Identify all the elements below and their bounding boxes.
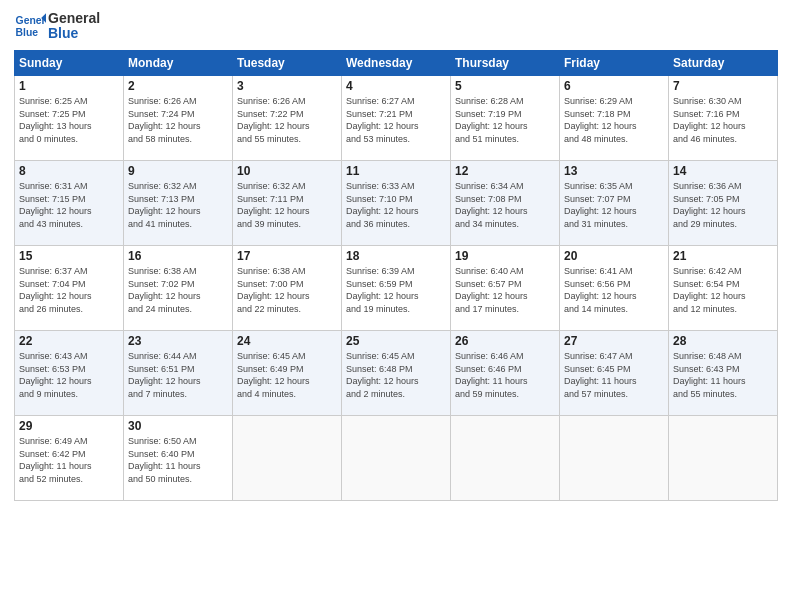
table-row: 15Sunrise: 6:37 AM Sunset: 7:04 PM Dayli… bbox=[15, 246, 124, 331]
day-info: Sunrise: 6:40 AM Sunset: 6:57 PM Dayligh… bbox=[455, 265, 555, 315]
day-info: Sunrise: 6:31 AM Sunset: 7:15 PM Dayligh… bbox=[19, 180, 119, 230]
table-row: 22Sunrise: 6:43 AM Sunset: 6:53 PM Dayli… bbox=[15, 331, 124, 416]
day-info: Sunrise: 6:26 AM Sunset: 7:22 PM Dayligh… bbox=[237, 95, 337, 145]
col-wednesday: Wednesday bbox=[342, 51, 451, 76]
day-info: Sunrise: 6:44 AM Sunset: 6:51 PM Dayligh… bbox=[128, 350, 228, 400]
col-saturday: Saturday bbox=[669, 51, 778, 76]
calendar-week-row: 29Sunrise: 6:49 AM Sunset: 6:42 PM Dayli… bbox=[15, 416, 778, 501]
day-number: 21 bbox=[673, 249, 773, 263]
logo-icon: General Blue bbox=[14, 10, 46, 42]
table-row: 25Sunrise: 6:45 AM Sunset: 6:48 PM Dayli… bbox=[342, 331, 451, 416]
day-info: Sunrise: 6:26 AM Sunset: 7:24 PM Dayligh… bbox=[128, 95, 228, 145]
day-info: Sunrise: 6:43 AM Sunset: 6:53 PM Dayligh… bbox=[19, 350, 119, 400]
table-row: 21Sunrise: 6:42 AM Sunset: 6:54 PM Dayli… bbox=[669, 246, 778, 331]
logo: General Blue General Blue bbox=[14, 10, 100, 42]
calendar-week-row: 15Sunrise: 6:37 AM Sunset: 7:04 PM Dayli… bbox=[15, 246, 778, 331]
day-info: Sunrise: 6:25 AM Sunset: 7:25 PM Dayligh… bbox=[19, 95, 119, 145]
day-info: Sunrise: 6:47 AM Sunset: 6:45 PM Dayligh… bbox=[564, 350, 664, 400]
table-row: 2Sunrise: 6:26 AM Sunset: 7:24 PM Daylig… bbox=[124, 76, 233, 161]
day-number: 7 bbox=[673, 79, 773, 93]
table-row: 12Sunrise: 6:34 AM Sunset: 7:08 PM Dayli… bbox=[451, 161, 560, 246]
header: General Blue General Blue bbox=[14, 10, 778, 42]
day-info: Sunrise: 6:48 AM Sunset: 6:43 PM Dayligh… bbox=[673, 350, 773, 400]
day-info: Sunrise: 6:38 AM Sunset: 7:00 PM Dayligh… bbox=[237, 265, 337, 315]
table-row: 17Sunrise: 6:38 AM Sunset: 7:00 PM Dayli… bbox=[233, 246, 342, 331]
day-number: 19 bbox=[455, 249, 555, 263]
table-row: 29Sunrise: 6:49 AM Sunset: 6:42 PM Dayli… bbox=[15, 416, 124, 501]
col-monday: Monday bbox=[124, 51, 233, 76]
day-info: Sunrise: 6:41 AM Sunset: 6:56 PM Dayligh… bbox=[564, 265, 664, 315]
day-info: Sunrise: 6:27 AM Sunset: 7:21 PM Dayligh… bbox=[346, 95, 446, 145]
table-row bbox=[560, 416, 669, 501]
col-sunday: Sunday bbox=[15, 51, 124, 76]
day-number: 23 bbox=[128, 334, 228, 348]
table-row bbox=[451, 416, 560, 501]
table-row: 30Sunrise: 6:50 AM Sunset: 6:40 PM Dayli… bbox=[124, 416, 233, 501]
day-number: 29 bbox=[19, 419, 119, 433]
table-row: 14Sunrise: 6:36 AM Sunset: 7:05 PM Dayli… bbox=[669, 161, 778, 246]
table-row bbox=[342, 416, 451, 501]
day-info: Sunrise: 6:32 AM Sunset: 7:13 PM Dayligh… bbox=[128, 180, 228, 230]
day-info: Sunrise: 6:42 AM Sunset: 6:54 PM Dayligh… bbox=[673, 265, 773, 315]
day-number: 13 bbox=[564, 164, 664, 178]
day-number: 18 bbox=[346, 249, 446, 263]
day-info: Sunrise: 6:50 AM Sunset: 6:40 PM Dayligh… bbox=[128, 435, 228, 485]
table-row: 10Sunrise: 6:32 AM Sunset: 7:11 PM Dayli… bbox=[233, 161, 342, 246]
table-row: 19Sunrise: 6:40 AM Sunset: 6:57 PM Dayli… bbox=[451, 246, 560, 331]
day-info: Sunrise: 6:29 AM Sunset: 7:18 PM Dayligh… bbox=[564, 95, 664, 145]
calendar-table: Sunday Monday Tuesday Wednesday Thursday… bbox=[14, 50, 778, 501]
col-tuesday: Tuesday bbox=[233, 51, 342, 76]
table-row bbox=[669, 416, 778, 501]
day-info: Sunrise: 6:37 AM Sunset: 7:04 PM Dayligh… bbox=[19, 265, 119, 315]
table-row: 27Sunrise: 6:47 AM Sunset: 6:45 PM Dayli… bbox=[560, 331, 669, 416]
calendar-container: General Blue General Blue Sunday Monday … bbox=[0, 0, 792, 612]
day-number: 12 bbox=[455, 164, 555, 178]
svg-text:Blue: Blue bbox=[16, 27, 39, 38]
day-number: 16 bbox=[128, 249, 228, 263]
day-number: 22 bbox=[19, 334, 119, 348]
table-row: 26Sunrise: 6:46 AM Sunset: 6:46 PM Dayli… bbox=[451, 331, 560, 416]
day-info: Sunrise: 6:36 AM Sunset: 7:05 PM Dayligh… bbox=[673, 180, 773, 230]
day-number: 8 bbox=[19, 164, 119, 178]
table-row: 28Sunrise: 6:48 AM Sunset: 6:43 PM Dayli… bbox=[669, 331, 778, 416]
day-info: Sunrise: 6:35 AM Sunset: 7:07 PM Dayligh… bbox=[564, 180, 664, 230]
calendar-week-row: 22Sunrise: 6:43 AM Sunset: 6:53 PM Dayli… bbox=[15, 331, 778, 416]
table-row: 5Sunrise: 6:28 AM Sunset: 7:19 PM Daylig… bbox=[451, 76, 560, 161]
day-info: Sunrise: 6:34 AM Sunset: 7:08 PM Dayligh… bbox=[455, 180, 555, 230]
day-number: 30 bbox=[128, 419, 228, 433]
day-number: 6 bbox=[564, 79, 664, 93]
day-number: 2 bbox=[128, 79, 228, 93]
day-info: Sunrise: 6:33 AM Sunset: 7:10 PM Dayligh… bbox=[346, 180, 446, 230]
day-number: 27 bbox=[564, 334, 664, 348]
day-info: Sunrise: 6:32 AM Sunset: 7:11 PM Dayligh… bbox=[237, 180, 337, 230]
calendar-week-row: 1Sunrise: 6:25 AM Sunset: 7:25 PM Daylig… bbox=[15, 76, 778, 161]
table-row: 1Sunrise: 6:25 AM Sunset: 7:25 PM Daylig… bbox=[15, 76, 124, 161]
day-number: 4 bbox=[346, 79, 446, 93]
table-row: 4Sunrise: 6:27 AM Sunset: 7:21 PM Daylig… bbox=[342, 76, 451, 161]
day-number: 17 bbox=[237, 249, 337, 263]
day-info: Sunrise: 6:49 AM Sunset: 6:42 PM Dayligh… bbox=[19, 435, 119, 485]
table-row: 7Sunrise: 6:30 AM Sunset: 7:16 PM Daylig… bbox=[669, 76, 778, 161]
calendar-header-row: Sunday Monday Tuesday Wednesday Thursday… bbox=[15, 51, 778, 76]
col-thursday: Thursday bbox=[451, 51, 560, 76]
logo-general: General bbox=[48, 11, 100, 26]
day-info: Sunrise: 6:38 AM Sunset: 7:02 PM Dayligh… bbox=[128, 265, 228, 315]
day-number: 26 bbox=[455, 334, 555, 348]
day-number: 25 bbox=[346, 334, 446, 348]
day-number: 20 bbox=[564, 249, 664, 263]
day-number: 24 bbox=[237, 334, 337, 348]
table-row: 9Sunrise: 6:32 AM Sunset: 7:13 PM Daylig… bbox=[124, 161, 233, 246]
table-row: 24Sunrise: 6:45 AM Sunset: 6:49 PM Dayli… bbox=[233, 331, 342, 416]
table-row: 8Sunrise: 6:31 AM Sunset: 7:15 PM Daylig… bbox=[15, 161, 124, 246]
table-row: 6Sunrise: 6:29 AM Sunset: 7:18 PM Daylig… bbox=[560, 76, 669, 161]
table-row bbox=[233, 416, 342, 501]
calendar-week-row: 8Sunrise: 6:31 AM Sunset: 7:15 PM Daylig… bbox=[15, 161, 778, 246]
day-info: Sunrise: 6:39 AM Sunset: 6:59 PM Dayligh… bbox=[346, 265, 446, 315]
day-number: 5 bbox=[455, 79, 555, 93]
logo-blue: Blue bbox=[48, 26, 100, 41]
table-row: 3Sunrise: 6:26 AM Sunset: 7:22 PM Daylig… bbox=[233, 76, 342, 161]
day-info: Sunrise: 6:45 AM Sunset: 6:48 PM Dayligh… bbox=[346, 350, 446, 400]
day-number: 9 bbox=[128, 164, 228, 178]
day-number: 11 bbox=[346, 164, 446, 178]
table-row: 16Sunrise: 6:38 AM Sunset: 7:02 PM Dayli… bbox=[124, 246, 233, 331]
